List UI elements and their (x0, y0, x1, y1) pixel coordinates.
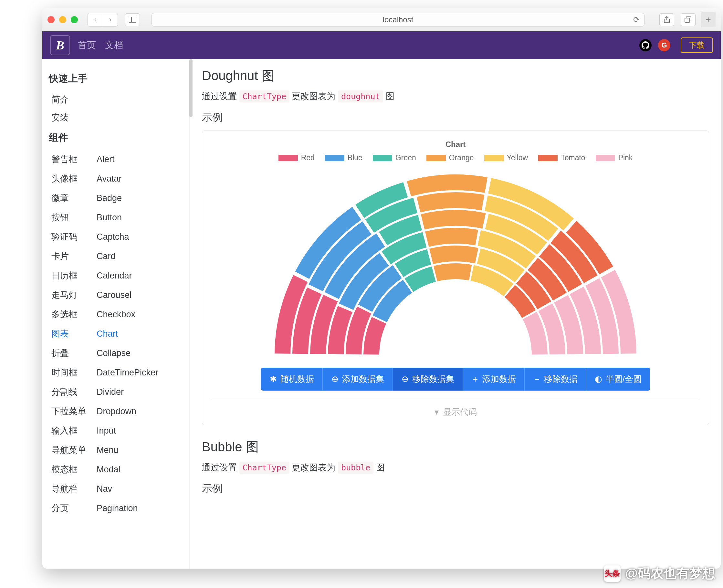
chart-segment (429, 246, 479, 264)
sidebar-item-menu[interactable]: 导航菜单Menu (49, 440, 183, 460)
legend-item[interactable]: Yellow (484, 153, 528, 162)
legend-label: Green (396, 153, 416, 162)
new-tab-button[interactable]: + (701, 12, 716, 27)
minus-circle-icon: ⊖ (401, 375, 409, 383)
sidebar-group-components: 组件 (49, 131, 183, 144)
plus-circle-icon: ⊕ (331, 375, 339, 383)
header-nav: 首页 文档 (78, 39, 123, 51)
legend-label: Pink (618, 153, 633, 162)
sidebar-item-dropdown[interactable]: 下拉菜单Dropdown (49, 402, 183, 421)
app-header: B 首页 文档 G 下载 (42, 31, 721, 59)
sidebar-item-button[interactable]: 按钮Button (49, 208, 183, 227)
code-charttype: ChartType (239, 90, 290, 102)
maximize-window-icon[interactable] (71, 16, 78, 23)
sidebar-group-quickstart: 快速上手 (49, 72, 183, 85)
sidebar-item-carousel[interactable]: 走马灯Carousel (49, 285, 183, 304)
sidebar-toggle-button[interactable] (125, 13, 140, 26)
chart-segment (433, 263, 472, 281)
legend-label: Tomato (561, 153, 585, 162)
main-content: Doughnut 图 通过设置 ChartType 更改图表为 doughnut… (190, 59, 721, 569)
sidebar-item-divider[interactable]: 分割线Divider (49, 382, 183, 402)
browser-window: ‹ › localhost ⟳ + B (42, 8, 721, 569)
sidebar-item-input[interactable]: 输入框Input (49, 421, 183, 440)
url-text: localhost (383, 15, 413, 24)
back-button[interactable]: ‹ (88, 13, 103, 26)
add-dataset-button[interactable]: ⊕添加数据集 (322, 368, 392, 391)
watermark-badge: 头条 (604, 565, 621, 582)
sidebar-item-card[interactable]: 卡片Card (49, 247, 183, 266)
chart-title: Chart (211, 140, 700, 149)
minus-icon: － (533, 375, 541, 383)
legend-label: Blue (347, 153, 362, 162)
example-heading: 示例 (202, 110, 709, 125)
chart-segment (421, 210, 486, 230)
remove-data-button[interactable]: －移除数据 (524, 368, 586, 391)
tabs-button[interactable] (681, 13, 696, 26)
legend-item[interactable]: Pink (596, 153, 633, 162)
nav-docs[interactable]: 文档 (105, 39, 123, 51)
chart-toolbar: ✱随机数据 ⊕添加数据集 ⊖移除数据集 ＋添加数据 －移除数据 ◐半圆/全圆 (261, 368, 650, 391)
sidebar-item-captcha[interactable]: 验证码Captcha (49, 227, 183, 247)
watermark-text: @码农也有梦想 (625, 564, 715, 582)
legend-item[interactable]: Green (373, 153, 416, 162)
forward-button[interactable]: › (103, 13, 118, 26)
legend-swatch (373, 155, 392, 161)
sidebar: 快速上手 简介安装 组件 警告框Alert头像框Avatar徽章Badge按钮B… (42, 59, 189, 569)
sidebar-item-calendar[interactable]: 日历框Calendar (49, 266, 183, 285)
gitee-icon[interactable]: G (658, 39, 671, 51)
vertical-divider[interactable] (189, 59, 190, 569)
legend-swatch (325, 155, 344, 161)
legend-swatch (538, 155, 558, 161)
sidebar-item[interactable]: 安装 (49, 108, 183, 127)
refresh-icon[interactable]: ⟳ (633, 15, 640, 24)
minimize-window-icon[interactable] (59, 16, 66, 23)
sidebar-item-datetimepicker[interactable]: 时间框DateTimePicker (49, 363, 183, 382)
legend-label: Yellow (507, 153, 528, 162)
download-button[interactable]: 下载 (681, 38, 713, 53)
titlebar: ‹ › localhost ⟳ + (42, 8, 721, 31)
nav-home[interactable]: 首页 (78, 39, 96, 51)
half-full-button[interactable]: ◐半圆/全圆 (586, 368, 650, 391)
chart-legend: RedBlueGreenOrangeYellowTomatoPink (211, 153, 700, 162)
show-code-toggle[interactable]: ▾显示代码 (211, 399, 700, 425)
sidebar-item-checkbox[interactable]: 多选框Checkbox (49, 304, 183, 324)
circle-half-icon: ◐ (595, 375, 602, 383)
brand-logo[interactable]: B (50, 35, 70, 55)
sidebar-item-nav[interactable]: 导航栏Nav (49, 479, 183, 499)
window-controls (47, 16, 78, 23)
sidebar-item-badge[interactable]: 徽章Badge (49, 188, 183, 208)
svg-rect-0 (129, 17, 136, 23)
share-button[interactable] (659, 13, 674, 26)
random-data-button[interactable]: ✱随机数据 (261, 368, 322, 391)
gear-icon: ✱ (270, 375, 277, 383)
legend-swatch (278, 155, 298, 161)
code-doughnut: doughnut (338, 90, 383, 102)
legend-label: Red (301, 153, 315, 162)
chart-demo-card: Chart RedBlueGreenOrangeYellowTomatoPink… (202, 130, 709, 425)
legend-swatch (596, 155, 615, 161)
sidebar-item-chart[interactable]: 图表Chart (49, 324, 183, 343)
sidebar-item-modal[interactable]: 模态框Modal (49, 460, 183, 479)
example-heading-2: 示例 (202, 482, 709, 496)
sidebar-item-alert[interactable]: 警告框Alert (49, 150, 183, 169)
nav-buttons: ‹ › (88, 13, 118, 26)
legend-item[interactable]: Red (278, 153, 315, 162)
section-title-doughnut: Doughnut 图 (202, 67, 709, 85)
add-data-button[interactable]: ＋添加数据 (463, 368, 524, 391)
code-charttype2: ChartType (239, 462, 290, 474)
close-window-icon[interactable] (47, 16, 55, 23)
github-icon[interactable] (639, 39, 652, 51)
chart-segment (425, 228, 478, 247)
legend-item[interactable]: Blue (325, 153, 362, 162)
sidebar-item-avatar[interactable]: 头像框Avatar (49, 169, 183, 188)
remove-dataset-button[interactable]: ⊖移除数据集 (392, 368, 463, 391)
legend-item[interactable]: Tomato (538, 153, 585, 162)
legend-item[interactable]: Orange (426, 153, 474, 162)
legend-label: Orange (449, 153, 474, 162)
sidebar-item-collapse[interactable]: 折叠Collapse (49, 343, 183, 363)
sidebar-item-pagination[interactable]: 分页Pagination (49, 499, 183, 518)
doughnut-chart (211, 168, 700, 359)
sidebar-item[interactable]: 简介 (49, 90, 183, 108)
address-bar[interactable]: localhost ⟳ (151, 13, 644, 26)
code-bubble: bubble (338, 462, 374, 474)
